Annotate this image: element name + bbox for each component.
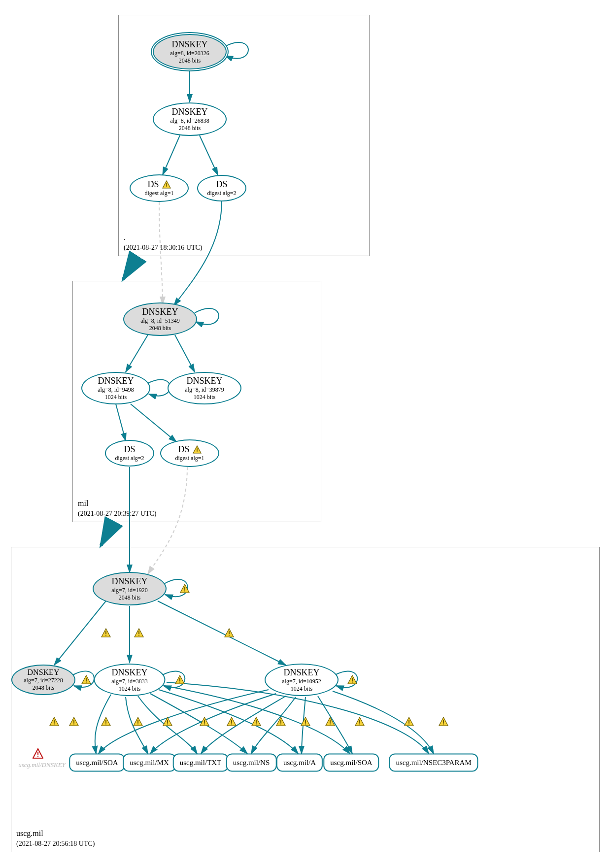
svg-rect-44 <box>408 720 409 723</box>
svg-rect-14 <box>86 678 87 681</box>
svg-rect-22 <box>73 720 74 723</box>
warning-icon <box>133 717 143 727</box>
svg-rect-27 <box>137 724 138 725</box>
svg-rect-41 <box>330 724 331 725</box>
svg-rect-5 <box>37 756 38 757</box>
warning-icon <box>163 717 172 727</box>
edge-b-soa2 <box>318 696 352 754</box>
record-mx: uscg.mil/MX <box>123 754 176 772</box>
record-soa1: uscg.mil/SOA <box>69 754 125 772</box>
warning-icon <box>134 628 144 638</box>
svg-rect-45 <box>408 724 409 725</box>
warning-icon <box>81 675 91 685</box>
record-soa2: uscg.mil/SOA <box>323 754 379 772</box>
edge-mil-ksk-to-zsk-a <box>126 335 148 372</box>
svg-rect-43 <box>359 724 360 725</box>
record-a: uscg.mil/A <box>276 754 323 772</box>
edge-zone-root-to-mil <box>123 256 138 279</box>
svg-rect-42 <box>359 720 360 723</box>
svg-rect-24 <box>105 720 106 723</box>
edge-mil-zsk-a-self <box>148 380 170 396</box>
svg-rect-15 <box>86 682 87 683</box>
error-icon <box>33 748 43 759</box>
svg-rect-8 <box>105 631 106 634</box>
warning-icon <box>355 717 365 727</box>
warning-icon <box>49 717 59 727</box>
svg-rect-10 <box>138 631 139 634</box>
edge-mil-ksk-self <box>195 308 219 325</box>
svg-rect-29 <box>167 724 168 725</box>
warning-icon <box>301 717 310 727</box>
edge-zone-mil-to-uscg <box>101 522 113 545</box>
svg-rect-18 <box>352 678 353 681</box>
svg-rect-37 <box>280 724 281 725</box>
svg-rect-12 <box>229 631 230 634</box>
svg-rect-6 <box>184 587 185 590</box>
warning-icon <box>180 584 190 594</box>
svg-rect-32 <box>231 720 232 723</box>
edge-mil-zsk-a-to-ds2 <box>116 404 126 441</box>
svg-rect-4 <box>37 752 38 755</box>
svg-rect-13 <box>229 635 230 636</box>
record-txt: uscg.mil/TXT <box>173 754 229 772</box>
svg-rect-25 <box>105 724 106 725</box>
svg-rect-33 <box>231 724 232 725</box>
svg-rect-21 <box>54 724 55 725</box>
svg-rect-7 <box>184 591 185 592</box>
svg-rect-9 <box>105 635 106 636</box>
warning-icon <box>101 628 111 638</box>
svg-rect-26 <box>137 720 138 723</box>
svg-rect-28 <box>167 720 168 723</box>
svg-rect-20 <box>54 720 55 723</box>
edge-mil-ksk-to-zsk-b <box>175 335 195 372</box>
svg-rect-16 <box>179 678 180 681</box>
svg-rect-11 <box>138 635 139 636</box>
edge-ds1-to-mil-ksk <box>159 202 163 304</box>
diagram-canvas: . (2021-08-27 18:30:16 UTC) mil (2021-08… <box>0 0 611 868</box>
svg-rect-46 <box>443 720 444 723</box>
edge-root-zsk-to-ds1 <box>163 135 180 175</box>
warning-icon <box>69 717 79 727</box>
svg-rect-23 <box>73 724 74 725</box>
edge-ds2-to-mil-ksk <box>174 201 222 305</box>
svg-rect-40 <box>330 720 331 723</box>
missing-key-label: uscg.mil/DNSKEY <box>18 761 66 769</box>
edge-uscg-ksk-to-inactive <box>54 601 106 665</box>
warning-icon <box>276 717 286 727</box>
svg-rect-38 <box>305 720 306 723</box>
svg-rect-35 <box>256 724 257 725</box>
warning-icon <box>404 717 414 727</box>
svg-rect-47 <box>443 724 444 725</box>
warning-icon <box>347 675 357 685</box>
svg-rect-36 <box>280 720 281 723</box>
warning-icon <box>224 628 234 638</box>
svg-rect-31 <box>204 724 205 725</box>
svg-rect-34 <box>256 720 257 723</box>
warning-icon <box>325 717 335 727</box>
svg-rect-39 <box>305 724 306 725</box>
edge-mil-ds1-to-uscg-ksk <box>148 467 187 574</box>
warning-icon <box>101 717 111 727</box>
svg-rect-30 <box>204 720 205 723</box>
edges-svg <box>0 0 611 868</box>
record-ns: uscg.mil/NS <box>226 754 277 772</box>
warning-icon <box>175 675 185 685</box>
edge-root-zsk-to-ds2 <box>200 135 218 175</box>
edge-mil-zsk-a-to-ds1 <box>131 404 176 442</box>
warning-icon <box>439 717 448 727</box>
edge-root-ksk-self <box>224 42 248 59</box>
record-nsec3: uscg.mil/NSEC3PARAM <box>389 754 478 772</box>
warning-icon <box>227 717 237 727</box>
edge-uscg-ksk-to-zsk-b <box>158 601 286 665</box>
warning-icon <box>200 717 209 727</box>
svg-rect-19 <box>352 682 353 683</box>
warning-icon <box>251 717 261 727</box>
svg-rect-17 <box>179 682 180 683</box>
